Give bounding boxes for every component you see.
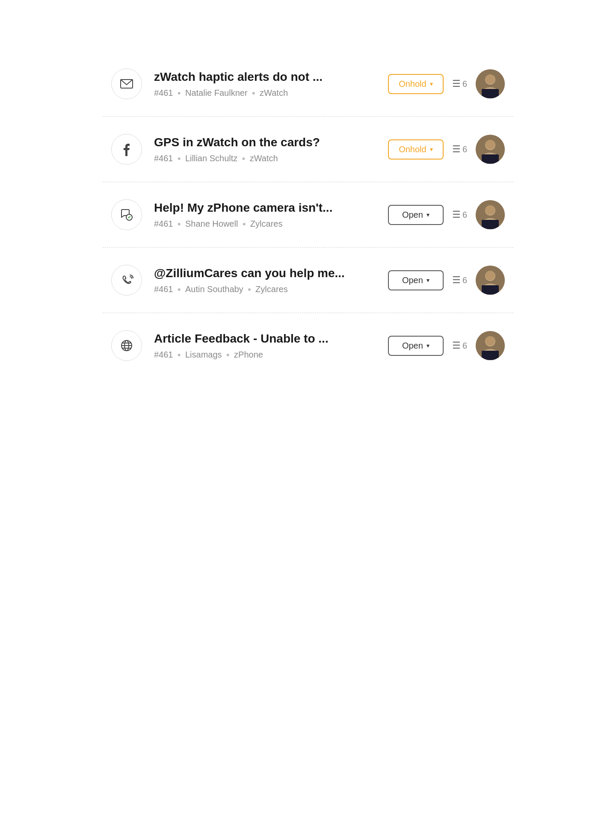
ticket-item: Help! My zPhone camera isn't... #461 ● S… — [103, 182, 513, 248]
phone-channel-icon — [111, 265, 142, 296]
ticket-item: GPS in zWatch on the cards? #461 ● Lilli… — [103, 117, 513, 182]
ticket-count: ☰ 6 — [452, 144, 467, 155]
chevron-down-icon: ▾ — [426, 342, 429, 349]
status-label: Open — [402, 341, 423, 351]
facebook-channel-icon — [111, 134, 142, 165]
separator: ● — [242, 155, 245, 162]
status-label: Open — [402, 210, 423, 220]
ticket-item: Article Feedback - Unable to ... #461 ● … — [103, 313, 513, 378]
status-dropdown[interactable]: Onhold ▾ — [388, 139, 444, 160]
status-dropdown[interactable]: Onhold ▾ — [388, 74, 444, 94]
separator: ● — [248, 286, 251, 293]
svg-rect-5 — [482, 89, 499, 98]
count-number: 6 — [462, 341, 467, 351]
lines-icon: ☰ — [452, 144, 461, 155]
avatar — [476, 135, 505, 164]
separator: ● — [226, 351, 230, 358]
count-number: 6 — [462, 210, 467, 220]
ticket-actions: Open ▾ ☰ 6 — [388, 266, 505, 295]
svg-rect-31 — [482, 351, 499, 360]
chevron-down-icon: ▾ — [426, 277, 429, 284]
status-label: Onhold — [399, 145, 426, 154]
ticket-title: Help! My zPhone camera isn't... — [154, 201, 376, 215]
separator: ● — [252, 89, 255, 96]
ticket-contact: Natalie Faulkner — [185, 88, 248, 98]
ticket-actions: Open ▾ ☰ 6 — [388, 331, 505, 360]
ticket-count: ☰ 6 — [452, 275, 467, 286]
svg-point-9 — [486, 140, 495, 149]
ticket-number: #461 — [154, 219, 173, 229]
ticket-content: Help! My zPhone camera isn't... #461 ● S… — [154, 201, 376, 229]
ticket-actions: Onhold ▾ ☰ 6 — [388, 135, 505, 164]
ticket-number: #461 — [154, 350, 173, 360]
status-label: Onhold — [399, 79, 426, 89]
separator: ● — [242, 220, 246, 227]
ticket-product: zWatch — [260, 88, 288, 98]
separator: ● — [178, 286, 181, 293]
ticket-title: GPS in zWatch on the cards? — [154, 136, 376, 149]
ticket-meta: #461 ● Autin Southaby ● Zylcares — [154, 284, 376, 294]
ticket-number: #461 — [154, 154, 173, 163]
count-number: 6 — [462, 275, 467, 285]
status-dropdown[interactable]: Open ▾ — [388, 336, 444, 356]
ticket-list: zWatch haptic alerts do not ... #461 ● N… — [103, 51, 513, 378]
ticket-contact: Lisamags — [185, 350, 222, 360]
svg-rect-21 — [482, 285, 499, 295]
ticket-title: @ZilliumCares can you help me... — [154, 266, 376, 280]
ticket-contact: Shane Howell — [185, 219, 238, 229]
avatar — [476, 266, 505, 295]
ticket-title: Article Feedback - Unable to ... — [154, 332, 376, 346]
separator: ● — [178, 220, 181, 227]
ticket-product: Zylcares — [250, 219, 283, 229]
svg-point-30 — [486, 336, 495, 346]
avatar — [476, 200, 505, 229]
ticket-product: Zylcares — [255, 284, 288, 294]
ticket-meta: #461 ● Natalie Faulkner ● zWatch — [154, 88, 376, 98]
ticket-product: zWatch — [250, 154, 278, 163]
ticket-title: zWatch haptic alerts do not ... — [154, 70, 376, 84]
svg-rect-16 — [482, 220, 499, 229]
avatar — [476, 69, 505, 98]
svg-point-15 — [486, 205, 495, 215]
avatar — [476, 331, 505, 360]
separator: ● — [178, 155, 181, 162]
svg-rect-10 — [482, 154, 499, 164]
ticket-actions: Open ▾ ☰ 6 — [388, 200, 505, 229]
status-dropdown[interactable]: Open ▾ — [388, 270, 444, 290]
lines-icon: ☰ — [452, 78, 461, 89]
count-number: 6 — [462, 79, 467, 89]
ticket-count: ☰ 6 — [452, 209, 467, 220]
ticket-content: Article Feedback - Unable to ... #461 ● … — [154, 332, 376, 360]
web-channel-icon — [111, 330, 142, 361]
svg-point-20 — [486, 271, 495, 280]
lines-icon: ☰ — [452, 209, 461, 220]
separator: ● — [178, 351, 181, 358]
chevron-down-icon: ▾ — [430, 146, 433, 153]
ticket-content: @ZilliumCares can you help me... #461 ● … — [154, 266, 376, 294]
status-label: Open — [402, 275, 423, 285]
svg-point-4 — [486, 74, 495, 84]
ticket-meta: #461 ● Lisamags ● zPhone — [154, 350, 376, 360]
ticket-number: #461 — [154, 88, 173, 98]
chat-channel-icon — [111, 199, 142, 230]
email-channel-icon — [111, 68, 142, 99]
ticket-count: ☰ 6 — [452, 340, 467, 351]
ticket-actions: Onhold ▾ ☰ 6 — [388, 69, 505, 98]
ticket-meta: #461 ● Lillian Schultz ● zWatch — [154, 154, 376, 163]
count-number: 6 — [462, 145, 467, 154]
ticket-item: @ZilliumCares can you help me... #461 ● … — [103, 248, 513, 313]
ticket-content: GPS in zWatch on the cards? #461 ● Lilli… — [154, 136, 376, 163]
lines-icon: ☰ — [452, 275, 461, 286]
ticket-count: ☰ 6 — [452, 78, 467, 89]
ticket-contact: Autin Southaby — [185, 284, 243, 294]
ticket-item: zWatch haptic alerts do not ... #461 ● N… — [103, 51, 513, 117]
ticket-product: zPhone — [234, 350, 263, 360]
ticket-content: zWatch haptic alerts do not ... #461 ● N… — [154, 70, 376, 98]
status-dropdown[interactable]: Open ▾ — [388, 205, 444, 225]
lines-icon: ☰ — [452, 340, 461, 351]
chevron-down-icon: ▾ — [430, 80, 433, 87]
ticket-number: #461 — [154, 284, 173, 294]
ticket-contact: Lillian Schultz — [185, 154, 237, 163]
chevron-down-icon: ▾ — [426, 211, 429, 218]
separator: ● — [178, 89, 181, 96]
